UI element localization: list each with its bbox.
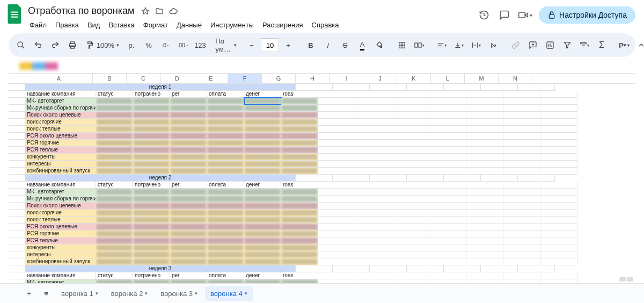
cell[interactable] [133, 140, 170, 147]
cell[interactable] [281, 251, 318, 258]
cell[interactable] [540, 182, 577, 189]
cell[interactable] [318, 168, 355, 175]
cell[interactable] [244, 126, 281, 133]
cell[interactable] [133, 126, 170, 133]
cell[interactable] [281, 196, 318, 203]
col-header-J[interactable]: J [363, 74, 397, 83]
cell[interactable] [207, 203, 244, 210]
cell[interactable]: статус [96, 182, 133, 189]
cell[interactable] [207, 230, 244, 237]
cell[interactable] [133, 105, 170, 112]
cell[interactable] [392, 203, 429, 210]
cell[interactable] [207, 258, 244, 265]
cell[interactable] [133, 119, 170, 126]
cell[interactable] [170, 203, 207, 210]
print-icon[interactable] [64, 38, 80, 52]
move-folder-icon[interactable] [155, 6, 164, 16]
cell[interactable] [207, 126, 244, 133]
cell[interactable] [207, 98, 244, 105]
text-color-button[interactable]: A [354, 38, 370, 52]
col-header-E[interactable]: E [194, 74, 228, 83]
col-header-N[interactable]: N [499, 74, 532, 83]
sheets-logo[interactable] [4, 3, 26, 25]
col-header-G[interactable]: G [262, 74, 296, 83]
cell[interactable] [207, 237, 244, 244]
cell[interactable] [318, 223, 355, 230]
cell[interactable] [429, 168, 466, 175]
cell[interactable] [540, 112, 577, 119]
cell[interactable] [170, 237, 207, 244]
cell[interactable] [281, 217, 318, 223]
cell[interactable] [96, 154, 133, 161]
cell[interactable] [244, 168, 281, 175]
cell[interactable] [207, 196, 244, 203]
cell[interactable] [503, 161, 540, 168]
cell[interactable] [96, 112, 133, 119]
cell[interactable]: потрачено [133, 182, 170, 189]
cell[interactable] [392, 161, 429, 168]
strike-button[interactable]: S [337, 38, 353, 52]
cell[interactable] [355, 258, 392, 265]
valign-button[interactable]: ▾ [451, 38, 467, 52]
cell[interactable] [355, 91, 392, 98]
cell[interactable] [540, 210, 577, 217]
cell[interactable] [207, 133, 244, 140]
menu-3[interactable]: Вставка [105, 19, 138, 31]
col-header-D[interactable]: D [160, 74, 194, 83]
zoom-select[interactable]: 100%▾ [99, 38, 117, 52]
cell[interactable] [133, 154, 170, 161]
cell[interactable] [96, 244, 133, 251]
cell[interactable] [96, 237, 133, 244]
cell[interactable] [466, 258, 503, 265]
cell[interactable] [318, 182, 355, 189]
cell[interactable] [355, 230, 392, 237]
cell[interactable] [96, 203, 133, 210]
cell[interactable] [207, 223, 244, 230]
col-header-B[interactable]: B [93, 74, 127, 83]
cell[interactable] [207, 210, 244, 217]
cell[interactable] [540, 272, 577, 279]
sheet-tab-2[interactable]: воронка 3▾ [155, 286, 203, 301]
cell[interactable] [207, 154, 244, 161]
cell[interactable] [281, 237, 318, 244]
cell[interactable] [429, 182, 466, 189]
cell[interactable] [318, 98, 355, 105]
cell[interactable] [392, 258, 429, 265]
cell[interactable] [429, 98, 466, 105]
cell[interactable] [466, 98, 503, 105]
col-header-H[interactable]: H [296, 74, 330, 83]
cell[interactable] [503, 119, 540, 126]
cell[interactable] [133, 244, 170, 251]
cell[interactable] [318, 251, 355, 258]
cell[interactable] [503, 147, 540, 154]
decrease-decimal-button[interactable]: .0← [158, 38, 174, 52]
cell[interactable] [355, 210, 392, 217]
cell[interactable] [503, 126, 540, 133]
cell[interactable] [133, 210, 170, 217]
cell[interactable] [355, 196, 392, 203]
cell[interactable] [96, 196, 133, 203]
cell[interactable]: поиск теплые [25, 126, 96, 133]
cell[interactable] [466, 189, 503, 196]
cell[interactable] [429, 237, 466, 244]
cell[interactable] [170, 140, 207, 147]
cell[interactable] [96, 105, 133, 112]
cell[interactable] [133, 161, 170, 168]
cell[interactable] [244, 140, 281, 147]
cell[interactable] [133, 147, 170, 154]
col-header-A[interactable]: A [25, 74, 93, 83]
cell[interactable] [540, 237, 577, 244]
cell[interactable] [540, 161, 577, 168]
cell[interactable]: roas [281, 91, 318, 98]
cell[interactable] [392, 154, 429, 161]
cell[interactable] [207, 251, 244, 258]
cell[interactable] [355, 161, 392, 168]
col-header-K[interactable]: K [397, 74, 431, 83]
cell[interactable] [96, 119, 133, 126]
cell[interactable] [244, 161, 281, 168]
cloud-status-icon[interactable] [169, 6, 178, 16]
cell[interactable] [540, 251, 577, 258]
cell[interactable]: поиск горячие [25, 119, 96, 126]
cell[interactable] [466, 161, 503, 168]
cell[interactable] [244, 147, 281, 154]
